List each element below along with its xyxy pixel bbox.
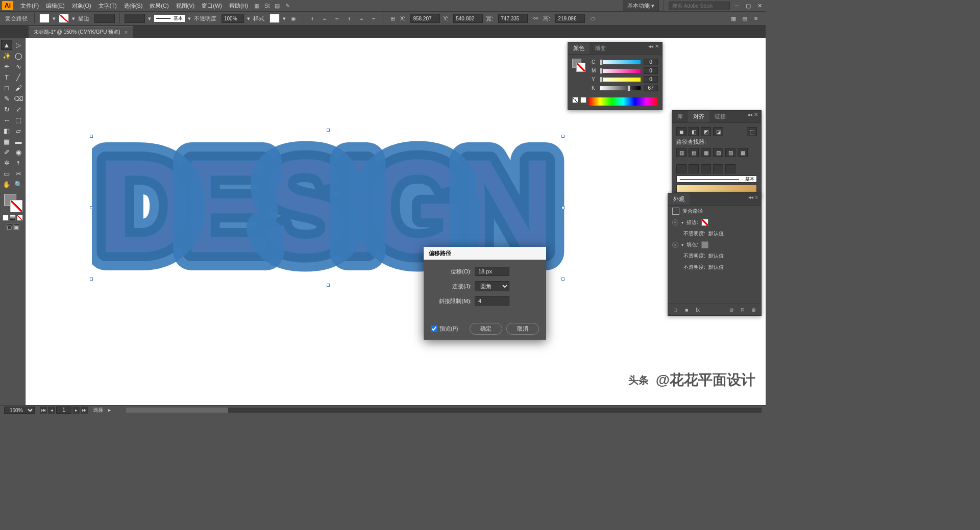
last-artboard-icon[interactable]: ⏭ (81, 407, 88, 414)
panel-menu-icon[interactable]: ≡ (751, 14, 761, 23)
eyedropper-tool[interactable]: ✐ (1, 147, 12, 157)
horizontal-scrollbar[interactable] (126, 408, 762, 413)
intersect-icon[interactable]: ◩ (701, 127, 711, 136)
fill-swatch[interactable] (39, 14, 50, 23)
line-tool[interactable]: ╱ (13, 72, 24, 82)
join-select[interactable]: 圆角 (475, 281, 509, 291)
free-transform-tool[interactable]: ⬚ (13, 115, 24, 125)
ok-button[interactable]: 确定 (470, 323, 502, 335)
perspective-tool[interactable]: ▱ (13, 125, 24, 136)
document-tab[interactable]: 未标题-1* @ 150% (CMYK/GPU 预览) × (29, 26, 133, 38)
duplicate-icon[interactable]: ⎘ (739, 306, 747, 313)
gradient-tool[interactable]: ▬ (13, 136, 24, 146)
color-fill-stroke-icon[interactable] (572, 59, 585, 72)
arrange-icon[interactable]: ▤ (273, 1, 282, 10)
search-stock-input[interactable] (669, 2, 730, 10)
c-value[interactable] (644, 59, 658, 65)
trash-icon[interactable]: 🗑 (750, 306, 758, 313)
x-input[interactable] (410, 14, 440, 23)
next-artboard-icon[interactable]: ▸ (72, 407, 80, 414)
menu-edit[interactable]: 编辑(E) (43, 1, 68, 11)
merge-icon[interactable]: ▦ (701, 148, 711, 157)
swatch3-icon[interactable] (701, 164, 711, 173)
cancel-button[interactable]: 取消 (506, 323, 539, 335)
rotate-tool[interactable]: ↻ (1, 104, 12, 114)
menu-view[interactable]: 视图(V) (173, 1, 198, 11)
c-slider[interactable] (600, 60, 641, 64)
w-input[interactable] (498, 14, 528, 23)
m-value[interactable] (644, 67, 658, 74)
eraser-tool[interactable]: ⌫ (13, 93, 24, 104)
outline-icon[interactable]: ▨ (725, 148, 736, 157)
shape-props-icon[interactable]: ⬭ (588, 14, 597, 23)
menu-help[interactable]: 帮助(H) (226, 1, 251, 11)
add-effect-icon[interactable]: fx (694, 306, 702, 313)
align-vcenter-icon[interactable]: ⫠ (357, 14, 366, 23)
minimize-icon[interactable]: ─ (733, 2, 741, 9)
menu-select[interactable]: 选择(S) (121, 1, 146, 11)
k-value[interactable] (644, 85, 658, 91)
prev-artboard-icon[interactable]: ◂ (48, 407, 55, 414)
script-icon[interactable]: ▦ (252, 1, 261, 10)
align-left-icon[interactable]: ⫞ (308, 14, 317, 23)
paintbrush-tool[interactable]: 🖌 (13, 83, 24, 93)
h-input[interactable] (555, 14, 585, 23)
chevron-down-icon[interactable]: ▾ (681, 243, 683, 247)
maximize-icon[interactable]: ▢ (744, 2, 752, 9)
preview-checkbox[interactable] (431, 325, 437, 332)
curvature-tool[interactable]: ∿ (13, 61, 24, 71)
type-tool[interactable]: T (1, 72, 12, 82)
graph-tool[interactable]: ⫯ (13, 158, 24, 168)
y-slider[interactable] (600, 78, 641, 82)
screen-full-icon[interactable]: ▣ (13, 223, 19, 230)
stroke-weight-input[interactable] (94, 14, 115, 23)
y-input[interactable] (453, 14, 483, 23)
brush-icon[interactable]: ✎ (283, 1, 292, 10)
gradient-mode-icon[interactable] (10, 215, 16, 221)
style-icon[interactable]: St (262, 1, 272, 10)
menu-type[interactable]: 文字(T) (95, 1, 120, 11)
y-value[interactable] (644, 76, 658, 83)
close-icon[interactable]: ✕ (755, 2, 764, 9)
magic-wand-tool[interactable]: ✨ (1, 51, 12, 61)
shaper-tool[interactable]: ✎ (1, 93, 12, 104)
crop-icon[interactable]: ▧ (713, 148, 723, 157)
align-hcenter-icon[interactable]: ⫠ (320, 14, 329, 23)
overall-opacity-value[interactable]: 默认值 (708, 264, 724, 271)
shape-builder-tool[interactable]: ◧ (1, 125, 12, 136)
menu-object[interactable]: 对象(O) (69, 1, 94, 11)
first-artboard-icon[interactable]: ⏮ (40, 407, 47, 414)
swatch2-icon[interactable] (689, 164, 699, 173)
lasso-tool[interactable]: ◯ (13, 51, 24, 61)
rectangle-tool[interactable]: □ (1, 83, 12, 93)
transform-icon[interactable]: ⊞ (388, 14, 397, 23)
gradient-tab[interactable]: 渐变 (590, 42, 611, 54)
direct-selection-tool[interactable]: ▷ (13, 40, 24, 50)
library-tab[interactable]: 库 (672, 111, 688, 122)
offset-input[interactable] (475, 267, 509, 276)
stroke-opacity-value[interactable]: 默认值 (708, 230, 724, 237)
panel-collapse-icon[interactable]: ◂◂ ✕ (645, 42, 662, 54)
isolate-icon[interactable]: ▦ (729, 14, 738, 23)
k-slider[interactable] (600, 86, 641, 90)
align-right-icon[interactable]: ⫟ (332, 14, 341, 23)
divide-icon[interactable]: ▥ (676, 148, 687, 157)
symbol-tool[interactable]: ✲ (1, 158, 12, 168)
brush-definition[interactable]: 基本 (154, 15, 185, 22)
scale-tool[interactable]: ⤢ (13, 104, 24, 114)
align-bottom-icon[interactable]: ⫟ (369, 14, 378, 23)
blend-tool[interactable]: ◉ (13, 147, 24, 157)
clear-icon[interactable]: ⊘ (727, 306, 736, 313)
links-tab[interactable]: 链接 (709, 111, 731, 122)
recolor-icon[interactable]: ◉ (289, 14, 298, 23)
expand-icon[interactable]: ⬚ (747, 127, 757, 136)
workspace-dropdown[interactable]: 基本功能 ▾ (623, 1, 659, 11)
brush-strip[interactable] (676, 185, 757, 193)
width-tool[interactable]: ↔ (1, 115, 12, 125)
swatch5-icon[interactable] (725, 164, 736, 173)
fill-grey-swatch[interactable] (701, 241, 708, 248)
var-width-input[interactable] (125, 14, 145, 23)
screen-normal-icon[interactable]: ▢ (6, 223, 12, 230)
add-stroke-icon[interactable]: □ (671, 306, 679, 313)
visibility-toggle[interactable] (672, 242, 678, 248)
